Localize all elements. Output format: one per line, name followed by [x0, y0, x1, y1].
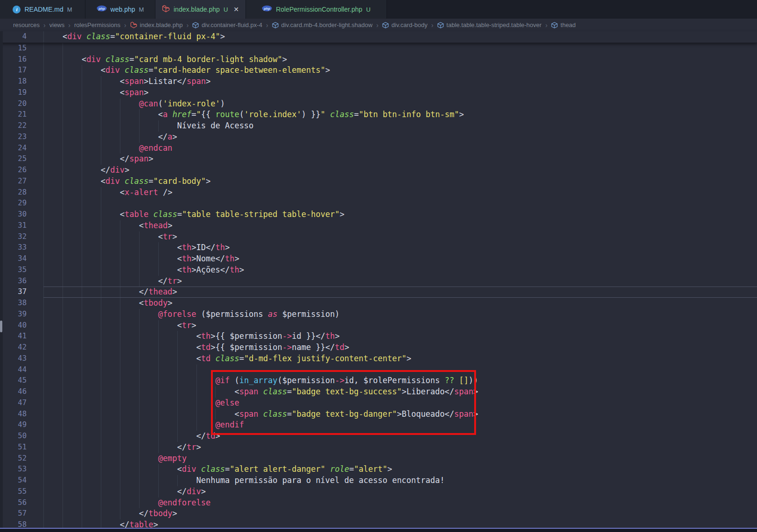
code-line[interactable]: 16 <div class="card mb-4 border-light sh…: [0, 54, 757, 65]
code-line[interactable]: 37 </thead>: [0, 287, 757, 298]
code-line[interactable]: 41 <th>{{ $permission->id }}</th>: [0, 331, 757, 342]
close-icon[interactable]: ✕: [233, 6, 239, 13]
breadcrumb-symbol-container[interactable]: div.container-fluid.px-4: [192, 21, 262, 28]
php-icon: php: [262, 5, 272, 14]
code-line[interactable]: 36 </tr>: [0, 276, 757, 287]
code-line[interactable]: 23 </a>: [0, 132, 757, 143]
code-line[interactable]: 17 <div class="card-header space-between…: [0, 65, 757, 76]
chevron-separator: ›: [68, 21, 70, 29]
code-line[interactable]: 56 @endforelse: [0, 497, 757, 509]
sticky-scroll-line[interactable]: 4 <div class="container-fluid px-4">: [0, 31, 757, 43]
laravel-icon: [162, 5, 170, 14]
code-line[interactable]: 4 <div class="container-fluid px-4">: [0, 31, 757, 42]
line-number: 21: [0, 109, 43, 120]
code-line[interactable]: 51 </tr>: [0, 442, 757, 453]
code-line[interactable]: 15: [0, 43, 757, 54]
code-line[interactable]: 44: [0, 364, 757, 376]
code-line[interactable]: 43 <td class="d-md-flex justify-content-…: [0, 353, 757, 364]
code-line[interactable]: 38 <tbody>: [0, 298, 757, 309]
tab-label: RolePermissionController.php: [276, 6, 362, 13]
code-token: >: [206, 176, 210, 186]
code-line[interactable]: 27 <div class="card-body">: [0, 176, 757, 187]
breadcrumb-symbol-thead[interactable]: thead: [551, 21, 576, 28]
breadcrumb-item-file[interactable]: index.blade.php: [130, 21, 183, 28]
code-line[interactable]: 30 <table class="table table-striped tab…: [0, 209, 757, 220]
left-scroll-marker[interactable]: [0, 321, 2, 332]
code-token: th: [225, 254, 234, 263]
code-line[interactable]: 47 @else: [0, 398, 757, 409]
code-token: a: [163, 110, 168, 119]
code-token: <: [43, 343, 201, 352]
code-line[interactable]: 48 <span class="badge text-bg-danger">Bl…: [0, 409, 757, 420]
code-line[interactable]: 22 Níveis de Acesso: [0, 120, 757, 132]
breadcrumb-symbol-card[interactable]: div.card.mb-4.border-light.shadow: [272, 21, 373, 28]
code-token: name }}</: [292, 343, 335, 352]
code-line[interactable]: 52 @empty: [0, 453, 757, 464]
code-line[interactable]: 26 </div>: [0, 165, 757, 176]
code-token: "container-fluid px-4": [115, 32, 220, 41]
line-number: 40: [0, 320, 43, 331]
code-line[interactable]: 53 <div class="alert alert-danger" role=…: [0, 464, 757, 475]
code-line[interactable]: 34 <th>Nome</th>: [0, 253, 757, 265]
code-line[interactable]: 49 @endif: [0, 420, 757, 431]
code-token: 'role.index': [244, 110, 301, 119]
code-line[interactable]: 40 <tr>: [0, 320, 757, 331]
tab-readme[interactable]: i README.md M: [0, 0, 85, 19]
code-token: [196, 464, 201, 474]
code-token: <: [43, 110, 163, 119]
code-line[interactable]: 28 <x-alert />: [0, 187, 757, 198]
line-number: 53: [0, 464, 43, 475]
code-line[interactable]: 46 <span class="badge text-bg-success">L…: [0, 386, 757, 398]
code-line[interactable]: 39 @forelse ($permissions as $permission…: [0, 309, 757, 320]
code-text: <x-alert />: [43, 187, 757, 198]
svg-text:php: php: [98, 7, 105, 11]
code-line[interactable]: 19 <span>: [0, 87, 757, 98]
code-token: "btn btn-info btn-sm": [359, 110, 459, 119]
code-line[interactable]: 33 <th>ID</th>: [0, 242, 757, 253]
code-line[interactable]: 54 Nenhuma permissão para o nível de ace…: [0, 475, 757, 486]
code-token: [325, 110, 330, 119]
code-line[interactable]: 29: [0, 198, 757, 209]
code-line[interactable]: 57 </tbody>: [0, 508, 757, 519]
code-token: @endcan: [139, 143, 173, 153]
code-token: x-alert: [125, 188, 158, 197]
code-token: (: [158, 99, 163, 108]
code-token: >: [234, 254, 239, 263]
code-line[interactable]: 20 @can('index-role'): [0, 98, 757, 110]
code-token: [210, 354, 215, 363]
code-line[interactable]: 21 <a href="{{ route('role.index') }}" c…: [0, 109, 757, 120]
line-number: 57: [0, 508, 43, 519]
breadcrumb-item-resources[interactable]: resources: [13, 21, 40, 28]
code-token: span: [454, 409, 473, 419]
code-editor[interactable]: 4 <div class="container-fluid px-4"> 151…: [0, 31, 757, 532]
code-token: th: [325, 331, 335, 341]
code-line[interactable]: 45 @if (in_array($permission->id, $roleP…: [0, 375, 757, 386]
code-text: <a href="{{ route('role.index') }}" clas…: [43, 109, 757, 120]
code-line[interactable]: 35 <th>Ações</th>: [0, 265, 757, 276]
tab-rolepermissioncontroller[interactable]: php RolePermissionController.php U: [246, 0, 387, 19]
line-number: 18: [0, 76, 43, 87]
code-area[interactable]: 1516 <div class="card mb-4 border-light …: [0, 43, 757, 531]
code-line[interactable]: 18 <span>Listar</span>: [0, 76, 757, 87]
code-line[interactable]: 55 </div>: [0, 486, 757, 497]
code-line[interactable]: 24 @endcan: [0, 143, 757, 154]
tab-webphp[interactable]: php web.php M: [85, 0, 155, 19]
breadcrumb-item-views[interactable]: views: [49, 21, 65, 28]
code-line[interactable]: 31 <thead>: [0, 220, 757, 231]
line-number: 41: [0, 331, 43, 342]
code-line[interactable]: 50 </td>: [0, 431, 757, 442]
code-token: tbody: [148, 509, 172, 518]
code-text: <table class="table table-striped table-…: [43, 209, 757, 220]
line-number: 37: [0, 287, 43, 298]
code-line[interactable]: 32 <tr>: [0, 231, 757, 243]
tab-index-blade[interactable]: index.blade.php U ✕: [155, 0, 246, 19]
code-line[interactable]: 42 <td>{{ $permission->name }}</td>: [0, 342, 757, 353]
code-token: >: [172, 287, 177, 296]
breadcrumb-item-rolespermissions[interactable]: rolesPermissions: [74, 21, 120, 28]
code-line[interactable]: 25 </span>: [0, 154, 757, 165]
breadcrumb-symbol-table[interactable]: table.table.table-striped.table-hover: [437, 21, 542, 28]
breadcrumb-symbol-cardbody[interactable]: div.card-body: [382, 21, 428, 28]
line-number: 39: [0, 309, 43, 320]
line-number: 55: [0, 486, 43, 497]
code-token: "card mb-4 border-light shadow": [134, 55, 282, 64]
